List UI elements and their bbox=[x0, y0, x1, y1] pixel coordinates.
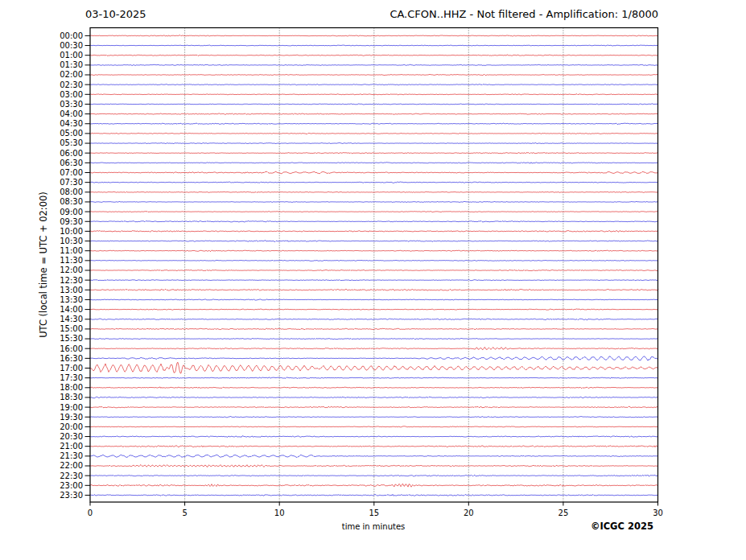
y-tick-label: 05:30 bbox=[60, 138, 83, 147]
y-tick-label: 21:00 bbox=[60, 442, 83, 451]
seismogram-trace-17:30 bbox=[90, 377, 658, 379]
y-tick-label: 20:30 bbox=[60, 432, 83, 441]
helicorder-plot: 00:0000:3001:0001:3002:0002:3003:0003:30… bbox=[0, 0, 746, 560]
y-tick-label: 07:30 bbox=[60, 178, 83, 187]
y-tick-label: 12:00 bbox=[60, 266, 83, 274]
y-tick-label: 04:00 bbox=[60, 109, 83, 118]
y-tick-label: 03:00 bbox=[60, 90, 83, 99]
x-axis-label: time in minutes bbox=[342, 522, 406, 531]
x-tick-label: 15 bbox=[369, 509, 379, 517]
y-tick-label: 09:00 bbox=[60, 208, 83, 216]
seismogram-trace-08:00 bbox=[90, 191, 658, 192]
y-tick-label: 11:30 bbox=[60, 256, 83, 265]
seismogram-trace-15:00 bbox=[90, 328, 658, 330]
y-tick-label: 10:00 bbox=[60, 227, 83, 236]
y-tick-label: 00:00 bbox=[60, 31, 83, 40]
y-tick-label: 14:00 bbox=[60, 305, 83, 314]
y-tick-label: 04:30 bbox=[60, 119, 83, 128]
seismogram-trace-03:00 bbox=[90, 94, 658, 95]
y-tick-label: 18:00 bbox=[60, 383, 83, 392]
seismogram-trace-13:30 bbox=[90, 299, 658, 300]
seismogram-trace-13:00 bbox=[90, 289, 658, 290]
y-tick-label: 08:30 bbox=[60, 197, 83, 206]
x-tick-label: 30 bbox=[653, 509, 663, 517]
y-tick-label: 22:00 bbox=[60, 461, 83, 470]
y-tick-label: 17:00 bbox=[60, 364, 83, 373]
y-tick-label: 11:00 bbox=[60, 246, 83, 255]
seismogram-trace-05:00 bbox=[90, 133, 658, 134]
y-tick-label: 06:30 bbox=[60, 159, 83, 167]
seismogram-trace-06:30 bbox=[90, 163, 658, 164]
y-tick-label: 05:00 bbox=[60, 129, 83, 138]
seismogram-trace-14:30 bbox=[90, 319, 658, 320]
y-tick-label: 13:30 bbox=[60, 295, 83, 304]
seismogram-trace-11:30 bbox=[90, 260, 658, 261]
y-tick-label: 13:00 bbox=[60, 286, 83, 294]
y-tick-label: 08:00 bbox=[60, 187, 83, 196]
y-tick-label: 07:00 bbox=[60, 168, 83, 177]
y-tick-label: 18:30 bbox=[60, 393, 83, 401]
y-tick-label: 23:00 bbox=[60, 481, 83, 490]
seismogram-trace-15:30 bbox=[90, 338, 658, 339]
seismogram-trace-01:30 bbox=[90, 64, 658, 65]
x-tick-label: 25 bbox=[558, 509, 569, 517]
x-tick-label: 0 bbox=[88, 509, 93, 517]
y-tick-label: 19:00 bbox=[60, 403, 83, 412]
y-tick-label: 10:30 bbox=[60, 237, 83, 245]
seismogram-trace-05:30 bbox=[90, 142, 658, 143]
seismogram-trace-20:00 bbox=[90, 426, 658, 427]
seismogram-trace-04:30 bbox=[90, 123, 658, 125]
y-tick-label: 00:30 bbox=[60, 41, 83, 50]
y-tick-label: 02:30 bbox=[60, 80, 83, 89]
y-tick-label: 01:00 bbox=[60, 51, 83, 60]
seismogram-trace-02:30 bbox=[90, 84, 658, 85]
seismogram-trace-14:00 bbox=[90, 309, 658, 310]
y-tick-label: 01:30 bbox=[60, 60, 83, 69]
y-tick-label: 15:00 bbox=[60, 324, 83, 333]
y-tick-label: 12:30 bbox=[60, 276, 83, 285]
y-tick-label: 02:00 bbox=[60, 70, 83, 79]
y-tick-label: 19:30 bbox=[60, 413, 83, 422]
seismogram-trace-18:30 bbox=[90, 397, 658, 398]
y-tick-label: 21:30 bbox=[60, 451, 83, 460]
y-tick-label: 22:30 bbox=[60, 471, 83, 480]
y-tick-label: 06:00 bbox=[60, 149, 83, 158]
seismogram-trace-03:30 bbox=[90, 104, 658, 105]
y-tick-label: 15:30 bbox=[60, 334, 83, 343]
helicorder-page: 03-10-2025 CA.CFON..HHZ - Not filtered -… bbox=[0, 0, 746, 560]
y-tick-label: 20:00 bbox=[60, 422, 83, 431]
seismogram-trace-16:30 bbox=[90, 356, 658, 360]
y-tick-label: 23:30 bbox=[60, 491, 83, 500]
y-tick-label: 17:30 bbox=[60, 373, 83, 382]
y-tick-label: 03:30 bbox=[60, 100, 83, 109]
seismogram-trace-23:30 bbox=[90, 494, 658, 496]
y-tick-label: 16:30 bbox=[60, 354, 83, 363]
y-tick-label: 14:30 bbox=[60, 315, 83, 323]
x-tick-label: 20 bbox=[464, 509, 474, 517]
copyright: ©ICGC 2025 bbox=[591, 521, 653, 532]
y-tick-label: 16:00 bbox=[60, 344, 83, 353]
x-tick-label: 10 bbox=[274, 509, 285, 517]
seismogram-trace-12:30 bbox=[90, 279, 658, 280]
x-tick-label: 5 bbox=[182, 509, 187, 517]
y-tick-label: 09:30 bbox=[60, 217, 83, 226]
seismogram-trace-02:00 bbox=[90, 74, 658, 75]
seismogram-trace-04:00 bbox=[90, 113, 658, 115]
